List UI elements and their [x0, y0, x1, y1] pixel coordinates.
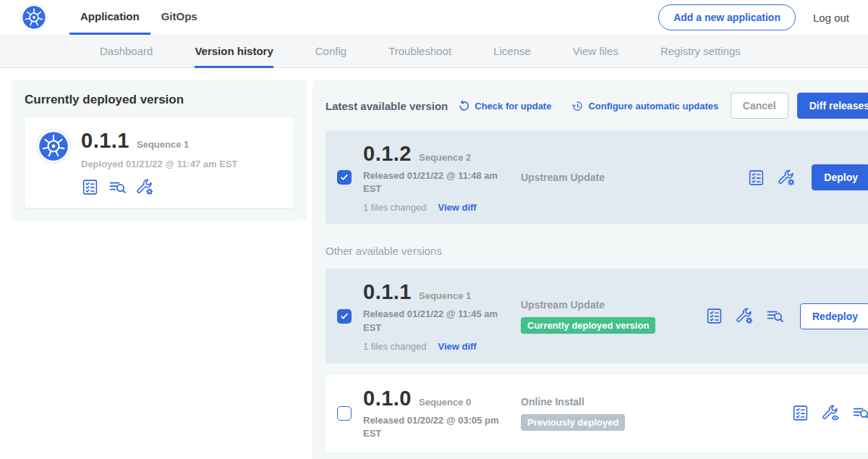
- sequence-label: Sequence 0: [419, 397, 471, 408]
- kubernetes-app-icon: [36, 129, 71, 164]
- view-diff-link[interactable]: View diff: [438, 341, 476, 352]
- version-select-checkbox[interactable]: [337, 170, 352, 185]
- files-changed-label: 1 files changed: [363, 202, 426, 213]
- logout-link[interactable]: Log out: [813, 12, 849, 24]
- deploy-status-badge: Currently deployed version: [521, 317, 655, 334]
- schedule-update-icon: [571, 100, 584, 112]
- deployed-sequence-label: Sequence 1: [137, 139, 189, 150]
- version-row: 0.1.1 Sequence 1 Released 01/21/22 @ 11:…: [326, 269, 868, 363]
- deploy-action-button[interactable]: Redeploy: [800, 303, 868, 329]
- released-timestamp: Released 01/20/22 @ 03:05 pm EST: [363, 414, 508, 440]
- sequence-label: Sequence 2: [419, 152, 471, 163]
- cancel-button[interactable]: Cancel: [731, 93, 788, 119]
- version-source-label: Upstream Update: [521, 299, 705, 311]
- tab-application[interactable]: Application: [69, 0, 150, 35]
- other-available-versions-title: Other available versions: [326, 245, 868, 257]
- view-config-icon[interactable]: [822, 404, 840, 422]
- version-number: 0.1.0: [363, 387, 412, 410]
- view-files-icon[interactable]: [109, 178, 127, 196]
- deployed-version-card: 0.1.1 Sequence 1 Deployed 01/21/22 @ 11:…: [25, 117, 294, 208]
- preflight-checks-icon[interactable]: [81, 178, 99, 196]
- version-row: 0.1.2 Sequence 2 Released 01/21/22 @ 11:…: [326, 130, 868, 224]
- tab-registry-settings[interactable]: Registry settings: [660, 45, 741, 68]
- preflight-checks-icon[interactable]: [705, 307, 723, 325]
- app-mode-tabs: Application GitOps: [69, 0, 208, 35]
- sequence-label: Sequence 1: [419, 290, 471, 301]
- version-number: 0.1.1: [363, 280, 412, 304]
- available-versions-panel: Latest available version Check for updat…: [312, 80, 868, 459]
- check-for-update-label: Check for update: [475, 101, 551, 111]
- tab-view-files[interactable]: View files: [573, 45, 618, 68]
- preflight-checks-icon[interactable]: [791, 404, 809, 422]
- deploy-action-button[interactable]: Deploy: [812, 164, 868, 190]
- edit-config-icon[interactable]: [136, 178, 154, 196]
- diff-releases-button[interactable]: Diff releases: [797, 93, 868, 119]
- tab-config[interactable]: Config: [315, 45, 346, 68]
- refresh-icon: [458, 100, 470, 112]
- kubernetes-logo-icon: [20, 4, 48, 31]
- currently-deployed-panel: Currently deployed version: [12, 80, 307, 221]
- version-source-label: Online Install: [521, 396, 705, 408]
- version-select-checkbox[interactable]: [337, 309, 352, 324]
- released-timestamp: Released 01/21/22 @ 11:48 am EST: [363, 169, 508, 195]
- preflight-checks-icon[interactable]: [747, 169, 765, 187]
- view-files-icon[interactable]: [766, 307, 784, 325]
- configure-automatic-updates-label: Configure automatic updates: [588, 101, 718, 111]
- tab-troubleshoot[interactable]: Troubleshoot: [388, 45, 451, 68]
- edit-config-icon[interactable]: [778, 169, 796, 187]
- top-navigation: Application GitOps Add a new application…: [0, 0, 868, 35]
- tab-version-history[interactable]: Version history: [195, 45, 273, 68]
- tab-dashboard[interactable]: Dashboard: [100, 45, 153, 68]
- version-select-checkbox[interactable]: [337, 406, 352, 421]
- deployed-version-number: 0.1.1: [81, 129, 129, 153]
- view-diff-link[interactable]: View diff: [438, 202, 476, 213]
- app-section-tabs: Dashboard Version history Config Trouble…: [0, 35, 868, 68]
- check-for-update-link[interactable]: Check for update: [458, 100, 551, 112]
- add-new-application-button[interactable]: Add a new application: [658, 4, 796, 30]
- edit-config-icon[interactable]: [736, 307, 754, 325]
- released-timestamp: Released 01/21/22 @ 11:45 am EST: [363, 308, 508, 334]
- deployed-timestamp: Deployed 01/21/22 @ 11:47 am EST: [81, 159, 237, 169]
- configure-automatic-updates-link[interactable]: Configure automatic updates: [571, 100, 718, 112]
- deploy-status-badge: Previously deployed: [521, 414, 625, 431]
- files-changed-label: 1 files changed: [363, 341, 426, 352]
- tab-gitops[interactable]: GitOps: [150, 0, 208, 35]
- currently-deployed-title: Currently deployed version: [25, 93, 294, 107]
- tab-license[interactable]: License: [493, 45, 531, 68]
- view-files-icon[interactable]: [852, 404, 868, 422]
- version-source-label: Upstream Update: [521, 172, 705, 183]
- version-row: 0.1.0 Sequence 0 Released 01/20/22 @ 03:…: [326, 375, 868, 452]
- latest-available-title: Latest available version: [326, 100, 448, 112]
- version-number: 0.1.2: [363, 142, 412, 166]
